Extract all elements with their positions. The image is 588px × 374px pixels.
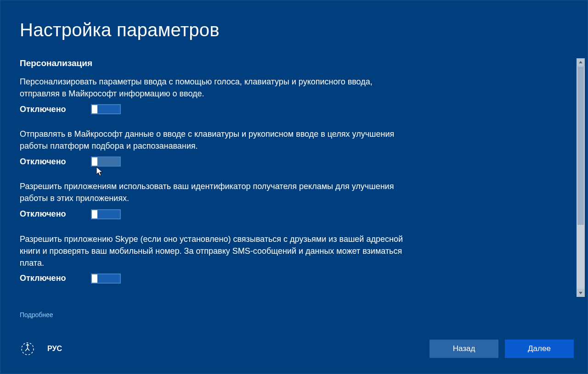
toggle-skype-contacts[interactable] [91, 274, 121, 284]
toggle-knob [92, 157, 97, 166]
setting-desc: Разрешить приложениям использовать ваш и… [20, 180, 410, 204]
back-button[interactable]: Назад [430, 340, 498, 358]
setting-desc: Отправлять в Майкрософт данные о вводе с… [20, 128, 410, 152]
toggle-knob [92, 105, 97, 113]
footer-bar: РУС Назад Далее [20, 339, 574, 359]
ease-of-access-icon[interactable] [20, 341, 35, 357]
settings-window: Настройка параметров Персонализация Перс… [0, 0, 588, 374]
setting-row: Отключено [20, 156, 561, 167]
toggle-knob [92, 210, 97, 218]
toggle-personalize-input[interactable] [91, 104, 121, 114]
setting-row: Отключено [20, 209, 561, 219]
setting-desc: Разрешить приложению Skype (если оно уст… [20, 233, 410, 269]
setting-row: Отключено [20, 104, 561, 114]
next-button[interactable]: Далее [505, 340, 574, 358]
setting-send-typing-data: Отправлять в Майкрософт данные о вводе с… [20, 128, 561, 167]
settings-scroll-area: Персонализация Персонализировать парамет… [20, 58, 561, 305]
toggle-state-label: Отключено [20, 274, 73, 283]
vertical-scrollbar[interactable] [577, 58, 585, 297]
setting-advertising-id: Разрешить приложениям использовать ваш и… [20, 180, 561, 219]
toggle-state-label: Отключено [20, 209, 73, 219]
learn-more-link[interactable]: Подробнее [20, 311, 53, 318]
toggle-knob [92, 274, 97, 283]
page-title: Настройка параметров [20, 20, 220, 40]
scrollbar-track[interactable] [577, 67, 585, 289]
setting-personalize-input: Персонализировать параметры ввода с помо… [20, 76, 561, 114]
toggle-state-label: Отключено [20, 157, 73, 167]
setting-row: Отключено [20, 274, 561, 284]
setting-desc: Персонализировать параметры ввода с помо… [20, 76, 410, 100]
section-heading: Персонализация [20, 58, 561, 68]
toggle-send-typing-data[interactable] [91, 156, 121, 167]
scrollbar-thumb[interactable] [577, 67, 584, 225]
toggle-state-label: Отключено [20, 105, 73, 114]
setting-skype-contacts: Разрешить приложению Skype (если оно уст… [20, 233, 561, 284]
language-indicator[interactable]: РУС [47, 345, 62, 353]
scroll-up-button[interactable] [577, 58, 585, 67]
toggle-advertising-id[interactable] [91, 209, 121, 219]
scroll-down-button[interactable] [577, 289, 585, 297]
